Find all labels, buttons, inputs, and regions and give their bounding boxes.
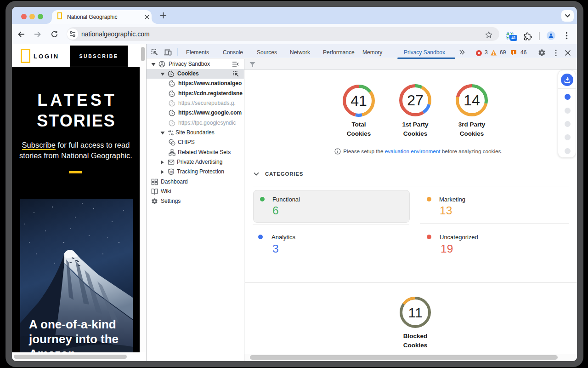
svg-text:@: @: [169, 170, 173, 174]
